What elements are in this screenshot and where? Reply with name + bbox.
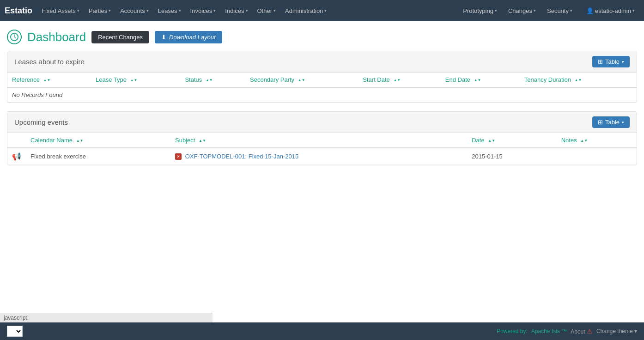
nav-changes[interactable]: Changes ▾ <box>504 4 541 18</box>
dropdown-caret: ▾ <box>495 8 497 13</box>
sort-icon[interactable]: ▲▼ <box>474 78 481 82</box>
dashboard-header: Dashboard Recent Changes ⬇ Download Layo… <box>7 26 637 51</box>
sort-icon[interactable]: ▲▼ <box>298 78 305 82</box>
leases-table: Reference ▲▼ Lease Type ▲▼ Status ▲▼ Sec… <box>7 73 637 103</box>
tertiary-menu: 👤 estatio-admin ▾ <box>582 4 639 18</box>
row-notes <box>557 148 637 165</box>
no-records-text: No Records Found <box>7 87 637 103</box>
table-icon: ⊞ <box>598 119 603 126</box>
leases-table-body: No Records Found <box>7 87 637 103</box>
leases-section: Leases about to expire ⊞ Table ▾ Referen… <box>7 51 637 103</box>
subject-link[interactable]: OXF-TOPMODEL-001: Fixed 15-Jan-2015 <box>185 153 298 160</box>
col-secondary-party[interactable]: Secondary Party ▲▼ <box>245 73 358 87</box>
primary-menu: Fixed Assets ▾ Parties ▾ Accounts ▾ Leas… <box>37 4 458 18</box>
sort-icon[interactable]: ▲▼ <box>199 139 206 143</box>
nav-prototyping[interactable]: Prototyping ▾ <box>458 4 502 18</box>
col-end-date[interactable]: End Date ▲▼ <box>441 73 520 87</box>
nav-fixed-assets[interactable]: Fixed Assets ▾ <box>37 4 84 18</box>
no-records-row: No Records Found <box>7 87 637 103</box>
row-subject: ✕ OXF-TOPMODEL-001: Fixed 15-Jan-2015 <box>170 148 467 165</box>
dropdown-caret: ▾ <box>109 8 111 13</box>
page-wrapper: Dashboard Recent Changes ⬇ Download Layo… <box>0 21 644 178</box>
app-brand: Estatio <box>5 6 32 16</box>
sort-icon[interactable]: ▲▼ <box>76 139 84 143</box>
sort-icon[interactable]: ▲▼ <box>580 139 588 143</box>
nav-invoices[interactable]: Invoices ▾ <box>186 4 221 18</box>
leases-header-row: Reference ▲▼ Lease Type ▲▼ Status ▲▼ Sec… <box>7 73 637 87</box>
svg-line-2 <box>14 37 16 38</box>
col-notes[interactable]: Notes ▲▼ <box>557 133 637 148</box>
row-calendar-name: Fixed break exercise <box>26 148 170 165</box>
nav-user[interactable]: 👤 estatio-admin ▾ <box>582 4 639 18</box>
secondary-menu: Prototyping ▾ Changes ▾ Security ▾ <box>458 4 577 18</box>
dropdown-caret: ▾ <box>146 8 149 13</box>
nav-other[interactable]: Other ▾ <box>253 4 281 18</box>
upcoming-section: Upcoming events ⊞ Table ▾ Calendar Name … <box>7 111 637 165</box>
dropdown-caret: ▾ <box>246 8 248 13</box>
upcoming-section-header: Upcoming events ⊞ Table ▾ <box>7 112 637 133</box>
dropdown-caret: ▾ <box>324 8 327 13</box>
nav-administration[interactable]: Administration ▾ <box>280 4 331 18</box>
cancel-icon[interactable]: ✕ <box>175 153 182 160</box>
upcoming-table-head: Calendar Name ▲▼ Subject ▲▼ Date ▲▼ Note… <box>7 133 637 148</box>
sort-icon[interactable]: ▲▼ <box>393 78 401 82</box>
col-calendar-name[interactable]: Calendar Name ▲▼ <box>26 133 170 148</box>
upcoming-header-row: Calendar Name ▲▼ Subject ▲▼ Date ▲▼ Note… <box>7 133 637 148</box>
nav-parties[interactable]: Parties ▾ <box>84 4 115 18</box>
nav-leases[interactable]: Leases ▾ <box>153 4 186 18</box>
leases-section-header: Leases about to expire ⊞ Table ▾ <box>7 51 637 73</box>
row-icon-cell: 📢 <box>7 148 26 165</box>
col-tenancy-duration[interactable]: Tenancy Duration ▲▼ <box>520 73 637 87</box>
dropdown-caret: ▾ <box>622 60 624 64</box>
sort-icon[interactable]: ▲▼ <box>43 78 51 82</box>
dropdown-caret: ▾ <box>622 120 624 125</box>
upcoming-table-button[interactable]: ⊞ Table ▾ <box>592 116 630 128</box>
download-icon: ⬇ <box>161 34 166 41</box>
dropdown-caret: ▾ <box>534 8 536 13</box>
upcoming-table: Calendar Name ▲▼ Subject ▲▼ Date ▲▼ Note… <box>7 133 637 165</box>
dropdown-caret: ▾ <box>77 8 79 13</box>
sort-icon[interactable]: ▲▼ <box>206 78 213 82</box>
col-reference[interactable]: Reference ▲▼ <box>7 73 91 87</box>
nav-indices[interactable]: Indices ▾ <box>220 4 252 18</box>
megaphone-icon: 📢 <box>12 152 21 160</box>
dropdown-caret: ▾ <box>179 8 181 13</box>
dropdown-caret: ▾ <box>570 8 572 13</box>
upcoming-table-body: 📢 Fixed break exercise ✕ OXF-TOPMODEL-00… <box>7 148 637 165</box>
upcoming-section-title: Upcoming events <box>14 118 68 126</box>
row-date: 2015-01-15 <box>467 148 557 165</box>
dropdown-caret: ▾ <box>213 8 216 13</box>
leases-table-button[interactable]: ⊞ Table ▾ <box>592 56 630 67</box>
dropdown-caret: ▾ <box>632 8 635 13</box>
download-layout-button[interactable]: ⬇ Download Layout <box>155 31 222 43</box>
page-title: Dashboard <box>27 30 86 44</box>
table-icon: ⊞ <box>598 58 603 65</box>
sort-icon[interactable]: ▲▼ <box>488 139 495 143</box>
dropdown-caret: ▾ <box>273 8 276 13</box>
sort-icon[interactable]: ▲▼ <box>130 78 138 82</box>
sort-icon[interactable]: ▲▼ <box>575 78 582 82</box>
leases-table-head: Reference ▲▼ Lease Type ▲▼ Status ▲▼ Sec… <box>7 73 637 87</box>
nav-security[interactable]: Security ▾ <box>542 4 577 18</box>
recent-changes-button[interactable]: Recent Changes <box>91 31 149 43</box>
col-start-date[interactable]: Start Date ▲▼ <box>358 73 441 87</box>
col-icon-spacer <box>7 133 26 148</box>
col-subject[interactable]: Subject ▲▼ <box>170 133 467 148</box>
navbar: Estatio Fixed Assets ▾ Parties ▾ Account… <box>0 0 644 21</box>
col-date[interactable]: Date ▲▼ <box>467 133 557 148</box>
nav-accounts[interactable]: Accounts ▾ <box>115 4 153 18</box>
col-lease-type[interactable]: Lease Type ▲▼ <box>91 73 180 87</box>
leases-section-title: Leases about to expire <box>14 58 85 66</box>
table-row: 📢 Fixed break exercise ✕ OXF-TOPMODEL-00… <box>7 148 637 165</box>
col-status[interactable]: Status ▲▼ <box>180 73 245 87</box>
dashboard-icon <box>7 30 22 44</box>
user-icon: 👤 <box>586 7 594 14</box>
